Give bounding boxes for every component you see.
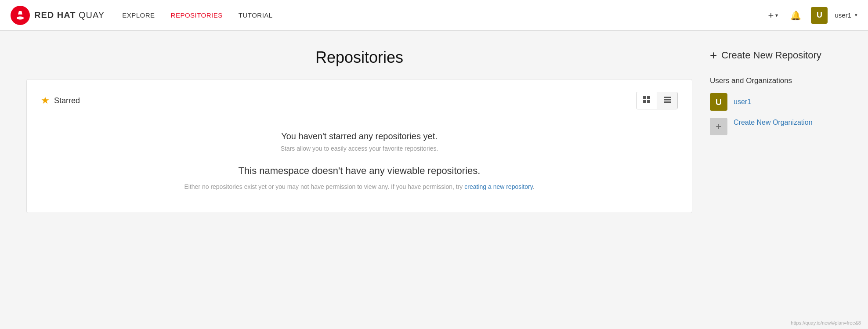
namespace-empty-desc: Either no repositories exist yet or you … [50,182,669,192]
repos-card: ★ Starred [26,79,692,213]
username-label: user1 [835,11,851,19]
sidebar-section-title: Users and Organizations [710,76,842,85]
nav-repositories[interactable]: REPOSITORIES [171,11,223,19]
nav-explore[interactable]: EXPLORE [122,11,155,19]
svg-point-0 [11,6,30,25]
view-toggle [636,92,678,109]
create-new-repo-label: Create New Repository [721,50,821,61]
user-caret-icon: ▾ [855,12,857,18]
sidebar-create-org-item: + Create New Organization [710,118,842,135]
namespace-empty-desc-prefix: Either no repositories exist yet or you … [184,183,464,190]
notifications-button[interactable]: 🔔 [788,8,804,22]
sidebar: + Create New Repository Users and Organi… [710,48,842,213]
svg-rect-4 [647,100,650,103]
add-button[interactable]: + ▾ [766,8,781,23]
redhat-logo-icon [11,6,30,25]
grid-icon [643,98,651,105]
empty-starred-subtitle: Stars allow you to easily access your fa… [50,145,669,152]
empty-starred-state: You haven't starred any repositories yet… [41,118,678,200]
create-new-repo-plus-icon: + [710,48,717,62]
svg-rect-3 [643,100,646,103]
nav-links: EXPLORE REPOSITORIES TUTORIAL [122,11,765,19]
create-new-repo-button[interactable]: + Create New Repository [710,48,842,62]
list-icon [663,98,671,105]
user-avatar-nav: U [811,7,828,24]
sidebar-user1-link[interactable]: user1 [734,98,751,106]
repos-card-header: ★ Starred [41,92,678,109]
starred-label: ★ Starred [41,95,80,106]
view-list-button[interactable] [657,92,677,109]
sidebar-user1-avatar: U [710,93,727,111]
namespace-empty-desc-suffix: . [533,183,535,190]
starred-text: Starred [54,96,80,105]
page-title: Repositories [26,48,692,67]
nav-tutorial[interactable]: TUTORIAL [239,11,273,19]
creating-new-repo-link[interactable]: creating a new repository [464,183,532,190]
main-container: Repositories ★ Starred [0,31,868,231]
star-icon: ★ [41,95,50,106]
brand: RED HAT QUAY [11,6,105,25]
svg-rect-2 [647,96,650,99]
footer-url: https://quay.io/new/#plan=free&8 [791,320,861,325]
namespace-empty-title: This namespace doesn't have any viewable… [50,165,669,177]
svg-rect-7 [664,101,671,103]
add-plus-icon: + [768,10,774,21]
view-grid-button[interactable] [637,92,657,109]
content-area: Repositories ★ Starred [26,48,692,213]
navbar: RED HAT QUAY EXPLORE REPOSITORIES TUTORI… [0,0,868,31]
brand-name: RED HAT QUAY [34,10,105,20]
svg-rect-6 [664,99,671,101]
empty-starred-title: You haven't starred any repositories yet… [50,131,669,141]
svg-rect-1 [643,96,646,99]
sidebar-user1-item: U user1 [710,93,842,111]
create-org-link[interactable]: Create New Organization [734,118,813,127]
user-menu[interactable]: user1 ▾ [835,11,857,19]
svg-rect-5 [664,97,671,98]
navbar-right: + ▾ 🔔 U user1 ▾ [766,7,857,24]
add-caret-icon: ▾ [775,12,778,18]
create-org-icon: + [710,118,727,135]
bell-icon: 🔔 [790,11,801,20]
users-and-orgs-section: Users and Organizations U user1 + Create… [710,76,842,135]
